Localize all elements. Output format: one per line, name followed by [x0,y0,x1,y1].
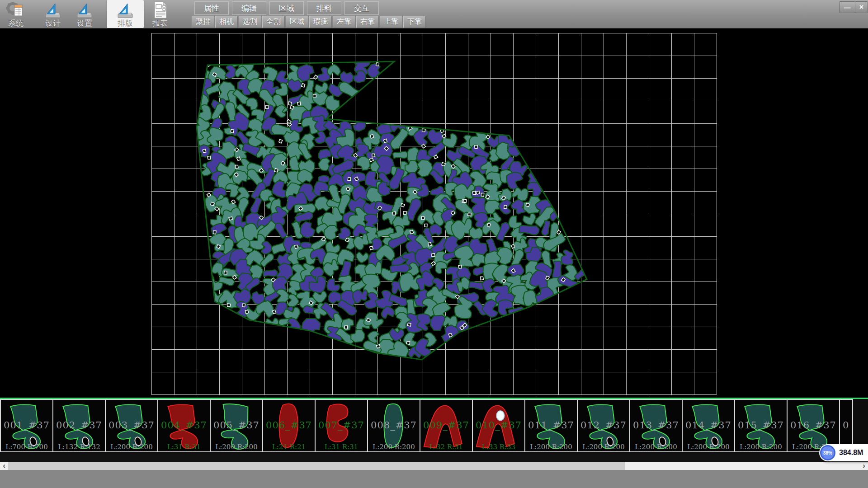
piece-id-label: 009_#37 [420,420,472,431]
tool-button-snap-left[interactable]: 左靠 [333,16,355,28]
scrollbar-thumb[interactable] [8,462,625,470]
piece-id-label: 015_#37 [735,420,787,431]
thumbnail-piece[interactable]: 012_#37L:200 R:200 [577,399,630,452]
piece-lr-count-label: L:200 R:200 [683,443,734,451]
main-tab-settings[interactable]: 设置 [70,0,99,28]
piece-lr-count-label: L:200 R:200 [630,443,682,451]
menu-item-properties[interactable]: 属性 [194,1,229,15]
piece-id-label: 004_#37 [158,420,210,431]
scroll-right-icon[interactable]: › [860,462,868,470]
piece-lr-count-label: L:200 R:200 [735,443,787,451]
tool-button-select-cut[interactable]: 选割 [239,16,261,28]
close-button[interactable]: × [855,1,868,13]
main-tab-label: 系统 [8,19,24,28]
piece-id-label: 012_#37 [578,420,629,431]
nesting-canvas[interactable] [0,28,868,398]
progress-percent-badge: 38% [820,445,835,460]
piece-lr-count-label: L:200 R:200 [106,443,157,451]
piece-lr-count-label: L:31 R:31 [316,443,367,451]
piece-id-label: 016_#37 [788,420,839,431]
main-tab-label: 设置 [77,19,92,28]
piece-lr-count-label: L:200 R:200 [525,443,577,451]
application-window: { "window": { "minimize": "—", "close": … [0,0,868,488]
tool-button-bar: 聚排相机选割全割区域瑕疵左靠右靠上靠下靠 [192,16,427,28]
window-bottom-edge [0,470,868,488]
main-toolbar: 系统 设计 设置 排版 报表 属性编辑区域排料交互 聚排相机选割全割区域瑕疵左靠… [0,0,868,28]
tool-button-snap-bottom[interactable]: 下靠 [403,16,426,28]
piece-id-label: 006_#37 [263,420,315,431]
main-tab-layout[interactable]: 排版 [107,0,144,28]
menu-item-interactive[interactable]: 交互 [344,1,379,15]
ruler-icon [116,2,134,19]
tool-button-defect[interactable]: 瑕疵 [309,16,332,28]
tool-button-snap-top[interactable]: 上靠 [380,16,402,28]
main-tab-design[interactable]: 设计 [38,0,67,28]
main-tab-system[interactable]: 系统 [1,0,30,28]
menu-bar: 属性编辑区域排料交互 [194,1,382,15]
menu-item-edit[interactable]: 编辑 [232,1,266,15]
thumbnail-piece[interactable]: 009_#37L:32 R:31 [420,399,473,452]
piece-id-label: 008_#37 [368,420,420,431]
thumbnail-piece[interactable]: 015_#37L:200 R:200 [734,399,788,452]
main-tab-label: 设计 [45,19,61,28]
thumbnail-piece[interactable]: 010_#37L:33 R:33 [472,399,525,452]
piece-lr-count-label: L:200 R:200 [578,443,629,451]
piece-lr-count-label: L:33 R:33 [473,443,524,451]
thumbnail-piece[interactable]: 006_#37L:21 R:21 [262,399,316,452]
minimize-button[interactable]: — [839,1,855,13]
piece-lr-count-label: L:200 R:200 [368,443,420,451]
thumbnail-piece[interactable]: 011_#37L:200 R:200 [524,399,578,452]
ruler-icon [44,2,62,19]
piece-id-label: 011_#37 [525,420,577,431]
thumbnail-piece[interactable]: 013_#37L:200 R:200 [629,399,683,452]
tool-button-region[interactable]: 区域 [286,16,308,28]
strip-lower-gap [0,453,868,462]
piece-lr-count-label: L:700 R:700 [1,443,52,451]
tool-button-cut-all[interactable]: 全割 [262,16,285,28]
piece-lr-count-label: L:31 R:31 [158,443,210,451]
piece-id-label: 0 [840,420,852,431]
horizontal-scrollbar[interactable]: ‹ › [0,462,868,470]
piece-id-label: 014_#37 [683,420,734,431]
thumbnail-piece[interactable]: 014_#37L:200 R:200 [682,399,735,452]
piece-lr-count-label: L:21 R:21 [263,443,315,451]
nesting-layout-drawing [0,28,868,398]
thumbnail-piece[interactable]: 004_#37L:31 R:31 [157,399,211,452]
piece-lr-count-label: L:32 R:31 [420,443,472,451]
report-icon [151,1,169,19]
scroll-left-icon[interactable]: ‹ [0,462,8,470]
piece-lr-count-label: L:132 R:132 [53,443,105,451]
thumbnail-piece[interactable]: 002_#37L:132 R:132 [52,399,106,452]
piece-id-label: 007_#37 [316,420,367,431]
tool-button-camera[interactable]: 相机 [215,16,238,28]
gear-icon [6,1,26,19]
piece-thumbnail-strip: 001_#37L:700 R:700002_#37L:132 R:132003_… [0,399,868,452]
thumbnail-piece[interactable]: 008_#37L:200 R:200 [367,399,420,452]
status-badge: 38% 384.8M [819,444,868,461]
thumbnail-piece[interactable]: 007_#37L:31 R:31 [315,399,368,452]
ruler-icon [75,2,94,19]
main-tab-label: 报表 [152,19,168,28]
tool-button-snap-right[interactable]: 右靠 [356,16,379,28]
menu-item-nesting[interactable]: 排料 [307,1,341,15]
piece-id-label: 010_#37 [473,420,524,431]
thumbnail-piece[interactable]: 005_#37L:200 R:200 [210,399,263,452]
piece-id-label: 001_#37 [1,420,52,431]
piece-lr-count-label: L:200 R:200 [211,443,262,451]
piece-id-label: 002_#37 [53,420,105,431]
piece-id-label: 005_#37 [211,420,262,431]
thumbnail-piece[interactable]: 003_#37L:200 R:200 [105,399,158,452]
piece-id-label: 013_#37 [630,420,682,431]
menu-item-region[interactable]: 区域 [269,1,304,15]
thumbnail-piece[interactable]: 001_#37L:700 R:700 [0,399,53,452]
main-tab-label: 排版 [118,19,133,28]
piece-id-label: 003_#37 [106,420,157,431]
main-tab-report[interactable]: 报表 [146,0,175,28]
tool-button-cluster-nest[interactable]: 聚排 [192,16,214,28]
memory-usage-label: 384.8M [839,449,863,457]
